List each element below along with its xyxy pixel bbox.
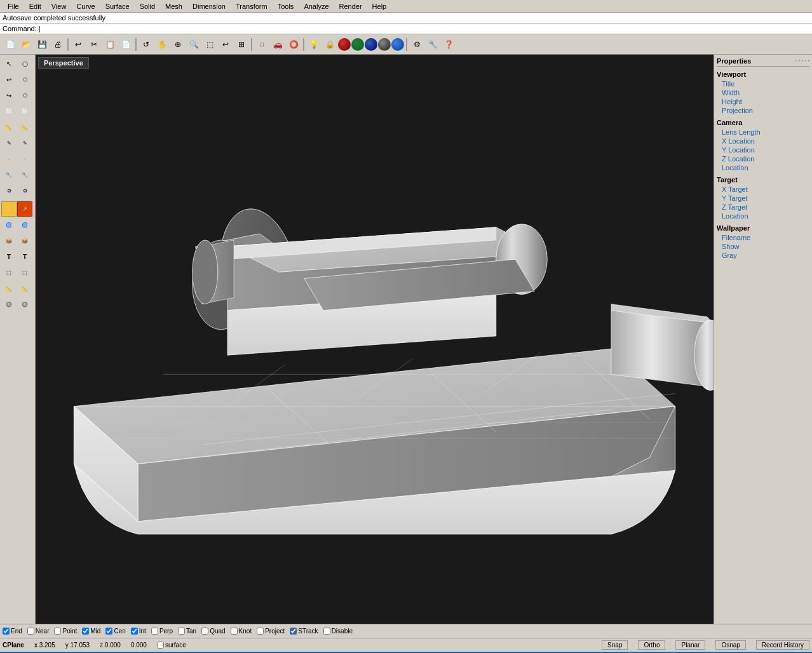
toolbar-layers[interactable]: ⚙: [409, 37, 424, 52]
toolbar-car[interactable]: 🚗: [270, 37, 285, 52]
toolbar-mat3[interactable]: [378, 38, 391, 51]
snap-end[interactable]: End: [3, 628, 22, 635]
toolbar-circle[interactable]: ⭕: [286, 37, 301, 52]
tool-snap2[interactable]: 📐: [1, 281, 17, 296]
tool-text2[interactable]: T: [17, 249, 32, 264]
toolbar-copy[interactable]: 📋: [102, 37, 118, 52]
tool-rotate[interactable]: ↪: [1, 88, 17, 103]
viewport-3d[interactable]: Perspective: [36, 55, 714, 624]
prop-ztarget[interactable]: Z Target: [717, 203, 809, 212]
snap-tan[interactable]: Tan: [178, 628, 196, 635]
menu-view[interactable]: View: [46, 3, 72, 10]
snap-quad[interactable]: Quad: [201, 628, 225, 635]
toolbar-lock[interactable]: 🔒: [322, 37, 337, 52]
tool-wrench[interactable]: 🔧: [1, 167, 17, 182]
toolbar-light[interactable]: 💡: [306, 37, 321, 52]
prop-yloc[interactable]: Y Location: [717, 145, 809, 154]
toolbar-help[interactable]: ❓: [441, 37, 456, 52]
snap-int[interactable]: Int: [131, 628, 146, 635]
tool-transform[interactable]: ⚡: [1, 201, 17, 217]
tool-undo[interactable]: ↩: [1, 72, 17, 87]
tool-select[interactable]: ↖: [1, 56, 17, 71]
menu-surface[interactable]: Surface: [100, 3, 135, 10]
snap-point[interactable]: Point: [54, 628, 77, 635]
toolbar-mat1[interactable]: [338, 38, 351, 51]
prop-show[interactable]: Show: [717, 242, 809, 251]
prop-title[interactable]: Title: [717, 79, 809, 88]
toolbar-box[interactable]: □: [254, 37, 269, 52]
menu-file[interactable]: File: [3, 3, 24, 10]
menu-render[interactable]: Render: [334, 3, 367, 10]
tool-rect2[interactable]: ⬜: [17, 104, 32, 119]
tool-wrench2[interactable]: 🔧: [17, 167, 32, 182]
toolbar-zoom-prev[interactable]: ↩: [218, 37, 233, 52]
tool-point2[interactable]: ·: [17, 151, 32, 166]
toolbar-zoom-win[interactable]: ⬚: [202, 37, 217, 52]
tool-group2[interactable]: ⬚: [17, 265, 32, 280]
tool-select-poly[interactable]: ◯: [17, 56, 32, 71]
toolbar-settings[interactable]: 🔧: [425, 37, 440, 52]
tool-obj2[interactable]: 📦: [17, 233, 32, 248]
toolbar-paste[interactable]: 📄: [118, 37, 133, 52]
tool-snap3[interactable]: 📐: [17, 281, 32, 296]
prop-ytarget[interactable]: Y Target: [717, 194, 809, 203]
osnap-btn[interactable]: Osnap: [715, 640, 745, 650]
tool-rotate2[interactable]: ⬡: [17, 88, 32, 103]
snap-cen[interactable]: Cen: [105, 628, 125, 635]
prop-width[interactable]: Width: [717, 88, 809, 97]
tool-measure2[interactable]: 📐: [17, 119, 32, 135]
tool-gear2[interactable]: ⚙: [17, 183, 32, 198]
prop-camera-loc[interactable]: Location: [717, 163, 809, 172]
prop-projection[interactable]: Projection: [717, 106, 809, 115]
snap-strack[interactable]: STrack: [290, 628, 318, 635]
toolbar-print[interactable]: 🖨: [50, 37, 65, 52]
tool-measure[interactable]: 📐: [1, 119, 17, 135]
toolbar-new[interactable]: 📄: [3, 37, 18, 52]
tool-obj[interactable]: 📦: [1, 233, 17, 248]
menu-mesh[interactable]: Mesh: [160, 3, 187, 10]
menu-dimension[interactable]: Dimension: [187, 3, 231, 10]
prop-height[interactable]: Height: [717, 97, 809, 106]
toolbar-zoom-all[interactable]: ⊞: [234, 37, 249, 52]
tool-gear[interactable]: ⚙: [1, 183, 17, 198]
tool-spin[interactable]: 🌀: [1, 217, 17, 232]
snap-perp[interactable]: Perp: [151, 628, 173, 635]
toolbar-zoom-ext[interactable]: ⊕: [170, 37, 186, 52]
prop-xtarget[interactable]: X Target: [717, 185, 809, 194]
tool-draw[interactable]: ✎: [1, 135, 17, 151]
tool-draw2[interactable]: ✎: [17, 135, 32, 151]
toolbar-save[interactable]: 💾: [34, 37, 50, 52]
tool-snap-icon[interactable]: ↗: [17, 201, 32, 217]
toolbar-zoom[interactable]: 🔍: [186, 37, 201, 52]
planar-btn[interactable]: Planar: [675, 640, 705, 650]
menu-edit[interactable]: Edit: [24, 3, 46, 10]
toolbar-mat2[interactable]: [351, 38, 364, 51]
prop-xloc[interactable]: X Location: [717, 137, 809, 145]
snap-near[interactable]: Near: [27, 628, 50, 635]
toolbar-render-globe[interactable]: [391, 38, 404, 51]
tool-text[interactable]: T: [1, 249, 17, 264]
snap-knot[interactable]: Knot: [231, 628, 252, 635]
menu-help[interactable]: Help: [367, 3, 392, 10]
menu-tools[interactable]: Tools: [273, 3, 299, 10]
tool-redo[interactable]: ⬡: [17, 72, 32, 87]
menu-transform[interactable]: Transform: [231, 3, 273, 10]
menu-curve[interactable]: Curve: [71, 3, 100, 10]
prop-target-loc[interactable]: Location: [717, 212, 809, 220]
snap-btn[interactable]: Snap: [602, 640, 628, 650]
tool-circle3[interactable]: 🔘: [17, 297, 32, 312]
snap-disable[interactable]: Disable: [323, 628, 353, 635]
prop-lens[interactable]: Lens Length: [717, 128, 809, 137]
prop-filename[interactable]: Filename: [717, 233, 809, 242]
command-line[interactable]: Command: |: [0, 24, 812, 34]
tool-point[interactable]: ·: [1, 151, 17, 166]
toolbar-globe[interactable]: [365, 38, 377, 51]
menu-analyze[interactable]: Analyze: [299, 3, 334, 10]
snap-mid[interactable]: Mid: [82, 628, 100, 635]
toolbar-open[interactable]: 📂: [18, 37, 34, 52]
snap-project[interactable]: Project: [257, 628, 285, 635]
ortho-btn[interactable]: Ortho: [638, 640, 665, 650]
toolbar-cut[interactable]: ✂: [86, 37, 102, 52]
toolbar-undo2[interactable]: ↺: [139, 37, 154, 52]
tool-spin2[interactable]: 🌀: [17, 217, 32, 232]
